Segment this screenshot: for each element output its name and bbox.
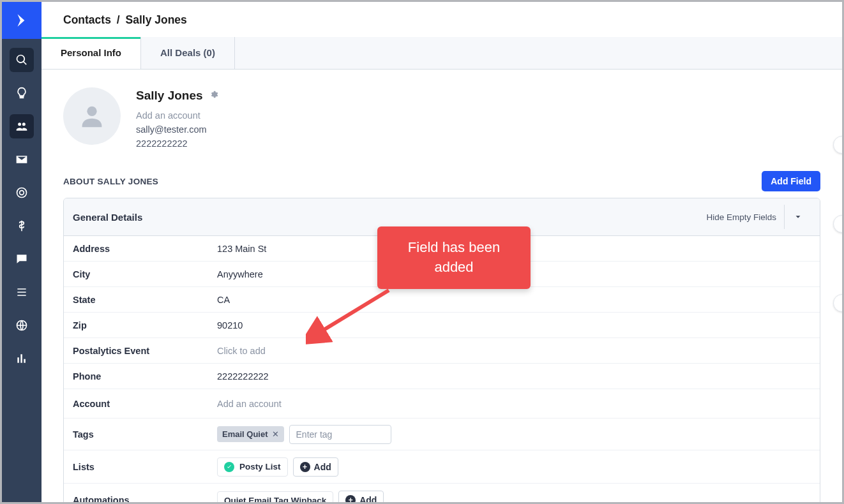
sidebar-contacts[interactable] bbox=[10, 114, 34, 138]
add-label: Add bbox=[359, 495, 377, 502]
list-chip[interactable]: Posty List bbox=[217, 457, 288, 477]
globe-icon bbox=[15, 319, 28, 332]
plus-icon: + bbox=[300, 462, 310, 472]
chevron-logo-icon bbox=[13, 12, 30, 29]
add-field-button[interactable]: Add Field bbox=[762, 171, 820, 191]
search-icon bbox=[15, 54, 28, 66]
tag-chip[interactable]: Email Quiet ✕ bbox=[217, 426, 284, 442]
annotation-text: Field has been added bbox=[408, 239, 500, 275]
field-value: CA bbox=[217, 295, 811, 305]
breadcrumb: Contacts / Sally Jones bbox=[41, 2, 842, 37]
automation-chip[interactable]: Quiet Email Tag Winback bbox=[217, 491, 333, 502]
app-logo[interactable] bbox=[2, 2, 41, 39]
chevron-down-icon bbox=[794, 212, 803, 221]
target-icon bbox=[15, 186, 28, 199]
automation-chip-label: Quiet Email Tag Winback bbox=[224, 496, 326, 502]
sidebar-deals[interactable] bbox=[10, 214, 34, 238]
sidebar-search[interactable] bbox=[10, 48, 34, 72]
tab-personal-info[interactable]: Personal Info bbox=[41, 37, 141, 69]
field-lists: Lists Posty List + Add bbox=[64, 450, 820, 484]
tag-chip-label: Email Quiet bbox=[222, 429, 268, 439]
hide-empty-fields[interactable]: Hide Empty Fields bbox=[698, 207, 784, 227]
field-label: Address bbox=[73, 244, 217, 254]
breadcrumb-root[interactable]: Contacts bbox=[63, 13, 111, 26]
edge-widgets bbox=[824, 136, 842, 312]
person-icon bbox=[77, 101, 107, 131]
sidebar-campaigns[interactable] bbox=[10, 147, 34, 172]
field-automations: Automations Quiet Email Tag Winback + Ad… bbox=[64, 484, 820, 502]
tab-all-deals[interactable]: All Deals (0) bbox=[141, 37, 235, 69]
edge-widget-2[interactable] bbox=[833, 215, 844, 233]
field-label: Phone bbox=[73, 371, 217, 382]
contact-email: sally@tester.com bbox=[136, 123, 218, 137]
panel-collapse-toggle[interactable] bbox=[784, 205, 811, 229]
field-zip[interactable]: Zip 90210 bbox=[64, 313, 820, 338]
field-tags: Tags Email Quiet ✕ bbox=[64, 419, 820, 450]
sidebar-reports[interactable] bbox=[10, 346, 34, 371]
annotation-callout: Field has been added bbox=[377, 226, 531, 289]
field-value: 90210 bbox=[217, 320, 811, 330]
sidebar-automations[interactable] bbox=[10, 181, 34, 205]
field-label: City bbox=[73, 269, 217, 279]
field-state[interactable]: State CA bbox=[64, 287, 820, 313]
breadcrumb-current: Sally Jones bbox=[126, 13, 187, 26]
field-label: State bbox=[73, 295, 217, 305]
contact-name: Sally Jones bbox=[136, 89, 203, 103]
tabs: Personal Info All Deals (0) bbox=[41, 37, 842, 70]
close-icon[interactable]: ✕ bbox=[272, 429, 279, 439]
tag-input[interactable] bbox=[289, 425, 391, 444]
avatar[interactable] bbox=[63, 87, 121, 145]
field-label: Tags bbox=[73, 429, 217, 440]
field-value: 2222222222 bbox=[217, 371, 811, 382]
field-label: Lists bbox=[73, 462, 217, 472]
field-value-placeholder: Click to add bbox=[217, 346, 811, 356]
sidebar-site[interactable] bbox=[10, 313, 34, 337]
add-automation-button[interactable]: + Add bbox=[338, 491, 384, 502]
envelope-icon bbox=[15, 153, 28, 166]
field-phone[interactable]: Phone 2222222222 bbox=[64, 364, 820, 389]
panel-title: General Details bbox=[73, 212, 142, 223]
field-label: Automations bbox=[73, 495, 217, 502]
contact-phone: 2222222222 bbox=[136, 137, 218, 151]
svg-point-3 bbox=[87, 107, 96, 116]
add-account-link[interactable]: Add an account bbox=[136, 109, 218, 123]
sidebar bbox=[2, 2, 41, 502]
about-title: ABOUT SALLY JONES bbox=[63, 177, 158, 186]
sidebar-conversations[interactable] bbox=[10, 247, 34, 271]
people-icon bbox=[15, 120, 28, 133]
dollar-icon bbox=[15, 219, 28, 232]
edge-widget-1[interactable] bbox=[833, 136, 844, 154]
svg-point-1 bbox=[20, 191, 24, 195]
check-icon bbox=[224, 462, 234, 472]
field-label: Account bbox=[73, 399, 217, 409]
tab-label: All Deals (0) bbox=[160, 47, 215, 58]
gear-icon[interactable] bbox=[209, 90, 218, 101]
tab-label: Personal Info bbox=[61, 47, 121, 58]
field-label: Postalytics Event bbox=[73, 346, 217, 356]
lightbulb-icon bbox=[15, 87, 28, 100]
field-postalytics-event[interactable]: Postalytics Event Click to add bbox=[64, 338, 820, 364]
edge-widget-3[interactable] bbox=[833, 294, 844, 312]
plus-icon: + bbox=[345, 495, 356, 502]
sidebar-ideas[interactable] bbox=[10, 81, 34, 105]
sidebar-lists[interactable] bbox=[10, 280, 34, 304]
list-icon bbox=[15, 286, 28, 299]
add-label: Add bbox=[314, 462, 331, 472]
list-chip-label: Posty List bbox=[239, 462, 281, 471]
add-list-button[interactable]: + Add bbox=[293, 457, 338, 477]
svg-point-0 bbox=[17, 188, 27, 198]
field-value-placeholder: Add an account bbox=[217, 399, 811, 409]
chat-icon bbox=[15, 253, 28, 265]
field-account[interactable]: Account Add an account bbox=[64, 389, 820, 419]
bar-chart-icon bbox=[15, 352, 28, 365]
field-label: Zip bbox=[73, 320, 217, 330]
